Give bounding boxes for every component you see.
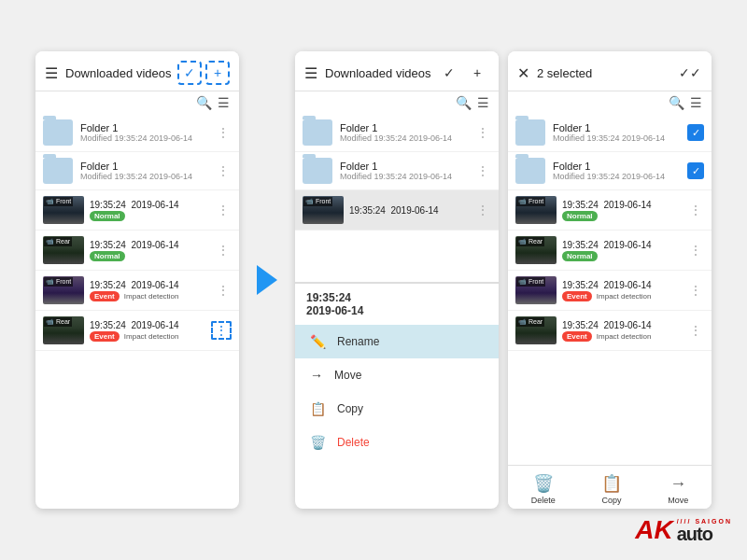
file-name: Folder 1 (553, 122, 684, 133)
folder-icon (303, 158, 332, 184)
file-info: Folder 1 Modified 19:35:24 2019-06-14 (340, 161, 474, 181)
context-move[interactable]: → Move (295, 358, 499, 392)
delete-icon: 🗑️ (533, 473, 554, 494)
search-icon[interactable]: 🔍 (456, 95, 472, 110)
panel-2: ☰ Downloaded videos ✓ + 🔍 ☰ Folder 1 Mod… (295, 51, 499, 509)
more-icon[interactable]: ⋮ (687, 243, 704, 258)
file-name: Folder 1 (80, 161, 215, 172)
panel1-header: ☰ Downloaded videos ✓ + (35, 51, 239, 91)
event-badge: Event (90, 291, 120, 301)
menu-icon[interactable]: ☰ (45, 64, 58, 82)
panel2-toolbar: 🔍 ☰ (295, 91, 499, 114)
video-info: 19:35:24 2019-06-14 Event Impact detecti… (562, 280, 687, 301)
main-container: ☰ Downloaded videos ✓ + 🔍 ☰ Folder 1 Mod… (0, 0, 747, 560)
search-icon[interactable]: 🔍 (669, 95, 684, 110)
panel2-add-btn[interactable]: + (465, 61, 489, 85)
video-info: 19:35:24 2019-06-14 Normal (90, 200, 215, 221)
copy-btn[interactable]: 📋 Copy (601, 473, 622, 505)
context-delete[interactable]: 🗑️ Delete (295, 426, 499, 459)
panel1-check-btn[interactable]: ✓ (177, 61, 202, 85)
more-icon[interactable]: ⋮ (687, 323, 704, 338)
folder-icon (515, 119, 545, 146)
video-tags: Event Impact detection (90, 291, 215, 301)
list-item[interactable]: 📹 Front 19:35:24 2019-06-14 Event Impact… (508, 271, 712, 311)
bottom-toolbar: 🗑️ Delete 📋 Copy → Move (508, 465, 712, 509)
video-time: 19:35:24 2019-06-14 (90, 320, 211, 330)
video-time: 19:35:24 2019-06-14 (90, 240, 215, 250)
list-item[interactable]: 📹 Rear 19:35:24 2019-06-14 Event Impact … (35, 311, 239, 351)
cam-label: 📹 Rear (44, 317, 72, 327)
more-icon[interactable]: ⋮ (687, 283, 704, 298)
video-thumb: 📹 Rear (515, 316, 557, 344)
file-info: Folder 1 Modified 19:35:24 2019-06-14 (80, 122, 215, 143)
move-btn[interactable]: → Move (668, 474, 688, 505)
list-item[interactable]: 📹 Rear 19:35:24 2019-06-14 Event Impact … (508, 311, 712, 351)
close-icon[interactable]: ✕ (517, 64, 529, 82)
panel3-check-all-btn[interactable]: ✓✓ (678, 61, 702, 85)
delete-btn[interactable]: 🗑️ Delete (531, 473, 556, 505)
list-item[interactable]: Folder 1 Modified 19:35:24 2019-06-14 (508, 152, 712, 190)
list-item[interactable]: Folder 1 Modified 19:35:24 2019-06-14 (508, 114, 712, 152)
more-icon[interactable]: ⋮ (215, 203, 232, 217)
file-info: Folder 1 Modified 19:35:24 2019-06-14 (80, 161, 215, 181)
list-item[interactable]: Folder 1 Modified 19:35:24 2019-06-14 ⋮ (35, 152, 239, 190)
menu-icon[interactable]: ☰ (304, 64, 317, 82)
list-item[interactable]: Folder 1 Modified 19:35:24 2019-06-14 ⋮ (295, 114, 499, 152)
list-item[interactable]: 📹 Front 19:35:24 2019-06-14 Event Impact… (35, 271, 239, 311)
copy-label: Copy (337, 402, 363, 415)
list-item[interactable]: Folder 1 Modified 19:35:24 2019-06-14 ⋮ (295, 152, 499, 190)
filter-icon[interactable]: ☰ (477, 95, 489, 110)
more-icon[interactable]: ⋮ (474, 163, 491, 178)
file-name: Folder 1 (340, 161, 474, 172)
logo-brand: AK (635, 515, 672, 544)
filter-icon[interactable]: ☰ (218, 95, 230, 110)
more-icon[interactable]: ⋮ (474, 203, 491, 217)
move-icon: → (310, 368, 323, 383)
more-icon[interactable]: ⋮ (215, 163, 232, 178)
video-info: 19:35:24 2019-06-14 Normal (90, 240, 215, 261)
file-info: Folder 1 Modified 19:35:24 2019-06-14 (553, 122, 684, 143)
cam-label: 📹 Front (44, 277, 73, 287)
cam-label: 📹 Front (516, 277, 545, 287)
search-icon[interactable]: 🔍 (196, 95, 212, 110)
video-time: 19:35:24 2019-06-14 (562, 320, 687, 330)
list-item[interactable]: 📹 Rear 19:35:24 2019-06-14 Normal ⋮ (508, 231, 712, 271)
list-item[interactable]: 📹 Rear 19:35:24 2019-06-14 Normal ⋮ (35, 231, 239, 271)
video-tags: Normal (562, 251, 687, 261)
more-icon[interactable]: ⋮ (687, 203, 704, 217)
impact-label: Impact detection (597, 332, 652, 341)
logo-right: //// SAIGON auto (677, 518, 732, 543)
more-icon[interactable]: ⋮ (215, 283, 232, 298)
video-info: 19:35:24 2019-06-14 Event Impact detecti… (562, 320, 687, 342)
copy-label: Copy (601, 496, 621, 505)
more-icon-dashed[interactable]: ⋮ (211, 321, 232, 340)
video-thumb: 📹 Rear (43, 236, 84, 264)
copy-icon: 📋 (601, 473, 622, 494)
list-item-highlighted[interactable]: 📹 Front 19:35:24 2019-06-14 ⋮ (295, 190, 499, 231)
panel1-add-btn[interactable]: + (205, 61, 230, 85)
context-rename[interactable]: ✏️ Rename (295, 325, 499, 358)
list-item[interactable]: 📹 Front 19:35:24 2019-06-14 Normal ⋮ (35, 190, 239, 231)
more-icon[interactable]: ⋮ (474, 125, 491, 140)
checkbox-checked[interactable] (687, 162, 704, 179)
panel2-check-btn[interactable]: ✓ (437, 61, 461, 85)
panel3-title: 2 selected (537, 66, 678, 80)
cam-label: 📹 Front (516, 197, 545, 206)
filter-icon[interactable]: ☰ (690, 95, 702, 110)
normal-badge: Normal (90, 251, 125, 261)
list-item[interactable]: Folder 1 Modified 19:35:24 2019-06-14 ⋮ (35, 114, 239, 152)
more-icon[interactable]: ⋮ (215, 125, 232, 140)
video-info: 19:35:24 2019-06-14 Normal (562, 240, 687, 261)
video-tags: Event Impact detection (562, 291, 687, 301)
cam-label: 📹 Rear (516, 237, 544, 246)
list-item[interactable]: 📹 Front 19:35:24 2019-06-14 Normal ⋮ (508, 190, 712, 231)
video-thumb: 📹 Front (515, 276, 557, 304)
context-copy[interactable]: 📋 Copy (295, 392, 499, 426)
more-icon[interactable]: ⋮ (215, 243, 232, 258)
checkbox-checked[interactable] (687, 124, 704, 141)
folder-icon (43, 158, 73, 184)
panel3-toolbar: 🔍 ☰ (508, 91, 712, 114)
video-time: 19:35:24 2019-06-14 (562, 200, 687, 210)
event-badge: Event (562, 331, 592, 342)
normal-badge: Normal (562, 251, 598, 261)
